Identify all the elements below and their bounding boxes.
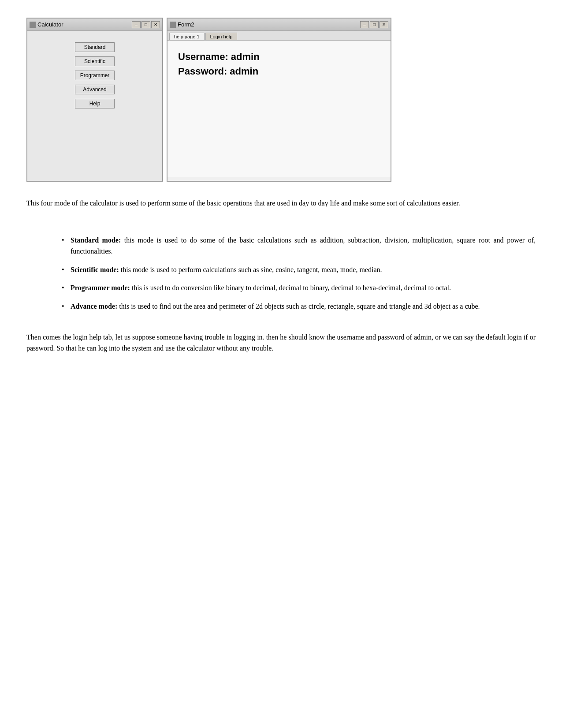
article-section: This four mode of the calculator is used… (26, 198, 536, 354)
form2-body: Username: admin Password: admin (167, 41, 391, 177)
calculator-maximize-button[interactable]: □ (141, 21, 150, 28)
calculator-buttons: Standard Scientific Programmer Advanced … (34, 42, 155, 108)
calculator-controls: – □ ✕ (132, 21, 160, 28)
bullet-label-4: Advance mode: (71, 302, 117, 310)
form2-icon (170, 22, 176, 28)
advanced-button[interactable]: Advanced (75, 85, 115, 94)
tab-help-page-1[interactable]: help page 1 (169, 33, 205, 40)
list-item: Standard mode: this mode is used to do s… (62, 235, 536, 257)
calculator-close-button[interactable]: ✕ (151, 21, 160, 28)
calculator-minimize-button[interactable]: – (132, 21, 141, 28)
bullet-list: Standard mode: this mode is used to do s… (62, 235, 536, 312)
form2-maximize-button[interactable]: □ (370, 21, 379, 28)
form2-content: Username: admin Password: admin (178, 49, 380, 78)
bullet-text-4: this is used to find out the area and pe… (117, 302, 480, 310)
calculator-title: Calculator (37, 21, 63, 28)
username-line: Username: admin (178, 49, 380, 64)
list-item: Programmer mode: this is used to do conv… (62, 282, 536, 294)
tab-login-help[interactable]: Login help (205, 33, 238, 40)
conclusion-paragraph: Then comes the login help tab, let us su… (26, 332, 536, 354)
bullet-text-3: this is used to do conversion like binar… (130, 284, 451, 291)
intro-paragraph: This four mode of the calculator is used… (26, 198, 536, 209)
calculator-titlebar: Calculator – □ ✕ (27, 19, 162, 31)
form2-close-button[interactable]: ✕ (380, 21, 388, 28)
programmer-button[interactable]: Programmer (75, 71, 115, 80)
standard-button[interactable]: Standard (75, 42, 115, 52)
bullet-label-3: Programmer mode: (71, 284, 130, 291)
form2-tabs: help page 1 Login help (167, 31, 391, 41)
list-item: Scientific mode: this mode is used to pe… (62, 264, 536, 276)
form2-window: Form2 – □ ✕ help page 1 Login help Usern… (167, 18, 391, 182)
scientific-button[interactable]: Scientific (75, 56, 115, 66)
bullet-label-1: Standard mode: (71, 236, 121, 244)
bullet-text-2: this mode is used to perform calculation… (119, 266, 382, 273)
form2-title: Form2 (178, 21, 194, 28)
list-item: Advance mode: this is used to find out t… (62, 301, 536, 312)
calculator-icon (30, 22, 36, 28)
form2-controls: – □ ✕ (360, 21, 388, 28)
form2-titlebar: Form2 – □ ✕ (167, 19, 391, 31)
bullet-text-1: this mode is used to do some of the basi… (71, 236, 536, 255)
form2-minimize-button[interactable]: – (360, 21, 369, 28)
password-line: Password: admin (178, 64, 380, 78)
bullet-label-2: Scientific mode: (71, 266, 119, 273)
windows-row: Calculator – □ ✕ Standard Scientific Pro… (26, 18, 536, 182)
help-button[interactable]: Help (75, 99, 115, 108)
calculator-window: Calculator – □ ✕ Standard Scientific Pro… (26, 18, 163, 182)
calculator-body: Standard Scientific Programmer Advanced … (27, 31, 162, 181)
